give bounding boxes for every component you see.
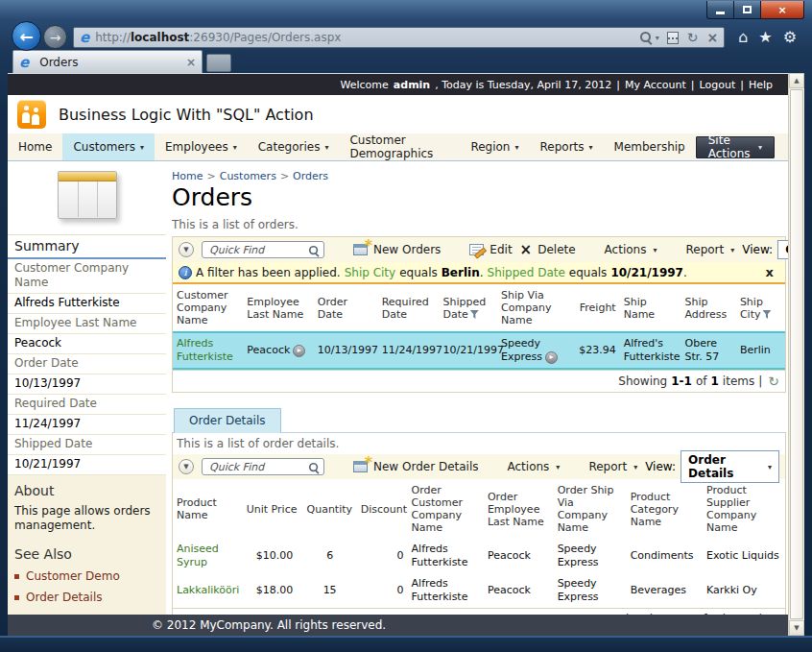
my-account-link[interactable]: My Account (625, 79, 686, 91)
expand-arrow-icon[interactable]: ▸ (293, 345, 305, 357)
browser-tab-orders[interactable]: e Orders × (12, 50, 203, 73)
category-cell: Condiments (627, 539, 703, 573)
filter-close-icon[interactable]: x (766, 265, 777, 279)
address-bar[interactable]: e http://localhost:26930/Pages/Orders.as… (73, 27, 725, 48)
new-order-details-button[interactable]: New Order Details (353, 460, 479, 473)
column-header[interactable]: Order Date (314, 284, 378, 332)
toolbar-chevron-button[interactable]: ▼ (179, 459, 194, 474)
column-header[interactable]: Order Employee Last Name (484, 479, 554, 539)
column-header[interactable]: Ship Via Company Name (497, 284, 571, 332)
search-dropdown-icon[interactable]: ▾ (656, 34, 659, 42)
column-header[interactable]: Product Supplier Company Name (703, 479, 785, 539)
search-icon[interactable] (308, 462, 320, 473)
copyright-text: © 2012 MyCompany. All rights reserved. (152, 618, 386, 632)
report-menu-button[interactable]: Report▾ (685, 243, 734, 256)
report-menu-button[interactable]: Report▾ (588, 460, 637, 473)
column-header[interactable]: Order Customer Company Name (408, 479, 484, 539)
column-header[interactable]: Ship City (736, 284, 785, 332)
new-orders-button[interactable]: New Orders (353, 243, 441, 256)
product-link[interactable]: Lakkalikööri (177, 584, 239, 596)
column-header[interactable]: Order Ship Via Company Name (554, 479, 627, 539)
details-view-select[interactable]: Order Details▾ (681, 450, 779, 483)
info-icon: i (179, 266, 192, 279)
column-header[interactable]: Ship Name (620, 284, 681, 332)
stop-icon[interactable]: × (706, 30, 718, 45)
tab-close-icon[interactable]: × (186, 56, 196, 69)
search-icon[interactable] (639, 31, 653, 44)
quantity-cell: 6 (303, 539, 357, 573)
logout-link[interactable]: Logout (700, 79, 736, 91)
breadcrumb-orders-link[interactable]: Orders (293, 170, 328, 182)
vertical-scrollbar[interactable]: ▲ ▼ (788, 73, 804, 636)
details-row[interactable]: Lakkalikööri $18.00 15 0 Alfreds Futterk… (173, 573, 785, 608)
column-header[interactable]: Discount (357, 479, 408, 539)
nav-item-region[interactable]: Region▾ (460, 133, 529, 160)
scrollbar-thumb[interactable] (790, 89, 803, 619)
column-header[interactable]: Quantity (303, 479, 357, 539)
orders-view-select[interactable]: Orders▾ (777, 240, 788, 259)
refresh-icon[interactable]: ↻ (687, 30, 699, 45)
site-actions-button[interactable]: Site Actions▾ (696, 136, 775, 158)
category-cell: Beverages (627, 573, 703, 608)
see-also-item[interactable]: Customer Demo (8, 566, 166, 587)
column-header[interactable]: Required Date (378, 284, 440, 332)
breadcrumb-home-link[interactable]: Home (172, 170, 203, 182)
maximize-button[interactable] (734, 1, 761, 19)
column-header[interactable]: Shipped Date (440, 284, 498, 332)
customer-demo-link[interactable]: Customer Demo (26, 569, 120, 583)
column-header[interactable]: Employee Last Name (243, 284, 313, 332)
quick-find-input[interactable] (202, 241, 324, 258)
summary-field-label: Order Date (8, 354, 166, 374)
expand-arrow-icon[interactable]: ▸ (545, 351, 558, 364)
tab-order-details[interactable]: Order Details (174, 408, 281, 433)
new-tab-button[interactable] (206, 54, 231, 72)
edit-button[interactable]: Edit (469, 243, 512, 256)
close-button[interactable]: × (761, 1, 804, 19)
scroll-up-icon[interactable]: ▲ (789, 73, 804, 88)
actions-menu-button[interactable]: Actions▾ (508, 460, 561, 473)
nav-item-categories[interactable]: Categories▾ (248, 133, 340, 160)
forward-button[interactable]: → (43, 25, 67, 49)
square-bullet-icon (14, 574, 19, 579)
compatibility-view-icon[interactable] (667, 32, 679, 44)
filter-field[interactable]: Shipped Date (488, 266, 565, 279)
actions-menu-button[interactable]: Actions▾ (605, 243, 657, 256)
nav-item-home[interactable]: Home (8, 133, 62, 160)
order-customer-link[interactable]: Alfreds Futterkiste (177, 337, 233, 363)
details-quick-find-input[interactable] (202, 458, 324, 475)
nav-item-reports[interactable]: Reports▾ (530, 133, 604, 160)
nav-item-employees[interactable]: Employees▾ (155, 133, 248, 160)
scroll-down-icon[interactable]: ▼ (789, 620, 804, 636)
column-header[interactable]: Product Name (173, 479, 243, 539)
filter-field[interactable]: Ship City (345, 266, 396, 279)
back-button[interactable]: ← (12, 21, 41, 51)
web-page: Welcome admin , Today is Tuesday, April … (8, 73, 788, 636)
order-details-link[interactable]: Order Details (26, 591, 103, 604)
see-also-item[interactable]: Order Details (8, 587, 166, 608)
column-header[interactable]: Unit Price (243, 479, 303, 539)
toolbar-chevron-button[interactable]: ▼ (179, 242, 194, 257)
breadcrumb-customers-link[interactable]: Customers (220, 170, 276, 182)
nav-item-membership[interactable]: Membership (604, 133, 696, 160)
details-row[interactable]: Aniseed Syrup $10.00 6 0 Alfreds Futterk… (173, 539, 785, 573)
column-header[interactable]: Freight (571, 284, 620, 332)
settings-gear-icon[interactable]: ⚙ (783, 30, 797, 45)
refresh-icon[interactable]: ↻ (768, 375, 779, 387)
sidebar: Summary Customer Company Name Alfreds Fu… (8, 161, 166, 615)
home-icon[interactable]: ⌂ (738, 30, 748, 45)
nav-item-customers[interactable]: Customers▾ (62, 133, 155, 160)
site-title: Business Logic With "SQL" Action (59, 106, 314, 124)
product-link[interactable]: Aniseed Syrup (177, 543, 219, 568)
help-link[interactable]: Help (749, 79, 773, 91)
delete-button[interactable]: ×Delete (520, 243, 576, 256)
column-header[interactable]: Customer Company Name (173, 284, 243, 332)
minimize-button[interactable] (706, 1, 734, 19)
column-header[interactable]: Ship Address (681, 284, 735, 332)
search-icon[interactable] (308, 245, 320, 256)
nav-item-customer-demographics[interactable]: Customer Demographics (339, 133, 460, 160)
url-text[interactable]: http://localhost:26930/Pages/Orders.aspx (95, 31, 341, 44)
main-nav: Home Customers▾ Employees▾ Categories▾ C… (8, 133, 788, 161)
orders-row-selected[interactable]: Alfreds Futterkiste Peacock▸ 10/13/1997 … (173, 332, 785, 369)
column-header[interactable]: Product Category Name (627, 479, 703, 539)
favorites-star-icon[interactable]: ★ (758, 30, 772, 45)
